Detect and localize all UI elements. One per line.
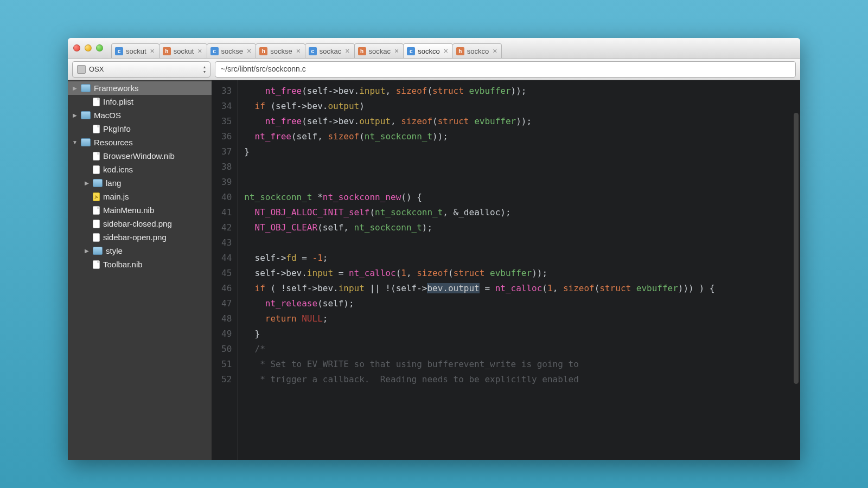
tab[interactable]: hsockut× (159, 43, 207, 58)
file-icon (93, 152, 100, 160)
code-line[interactable]: nt_free(self->bev.input, sizeof(struct e… (244, 84, 794, 99)
disclosure-arrow: ▶ (84, 248, 90, 254)
minimize-button[interactable] (85, 44, 92, 52)
code-line[interactable]: nt_release(self); (244, 296, 794, 311)
file-tree: ▶FrameworksInfo.plist▶MacOSPkgInfo▼Resou… (68, 80, 212, 460)
path-field[interactable]: ~/src/libnt/src/sockconn.c (215, 61, 796, 78)
code-line[interactable]: NT_OBJ_ALLOC_INIT_self(nt_sockconn_t, &_… (244, 205, 794, 220)
close-icon[interactable]: × (345, 47, 349, 55)
close-icon[interactable]: × (296, 47, 301, 55)
file-type-icon: c (115, 47, 123, 55)
code-line[interactable]: } (244, 144, 794, 159)
tree-item[interactable]: ▶MacOS (68, 108, 212, 122)
zoom-button[interactable] (96, 44, 103, 52)
folder-icon (81, 111, 91, 119)
tree-item[interactable]: ▼Resources (68, 136, 212, 149)
tree-item-label: Info.plist (103, 97, 133, 106)
tree-item[interactable]: jsmain.js (68, 190, 212, 203)
toolbar: OSX ▴▾ ~/src/libnt/src/sockconn.c (68, 59, 800, 80)
tree-item[interactable]: PkgInfo (68, 122, 212, 136)
tab[interactable]: csockut× (111, 43, 159, 58)
line-number: 46 (221, 281, 232, 296)
file-type-icon: h (163, 47, 171, 55)
code-line[interactable]: if (self->bev.output) (244, 99, 794, 114)
code-line[interactable]: nt_sockconn_t *nt_sockconn_new() { (244, 190, 794, 205)
code-line[interactable] (244, 235, 794, 251)
code-line[interactable]: self->fd = -1; (244, 251, 794, 266)
file-type-icon: h (456, 47, 464, 55)
code-line[interactable]: * Set to EV_WRITE so that using bufferev… (244, 357, 794, 372)
file-icon: js (93, 192, 100, 201)
close-button[interactable] (73, 44, 80, 52)
code-line[interactable]: nt_free(self, sizeof(nt_sockconn_t)); (244, 129, 794, 144)
tree-item[interactable]: kod.icns (68, 163, 212, 176)
line-number: 42 (221, 220, 232, 235)
tree-item[interactable]: ▶lang (68, 176, 212, 190)
scrollbar[interactable] (794, 113, 799, 384)
tab-label: sockco (467, 47, 489, 55)
code-line[interactable]: NT_OBJ_CLEAR(self, nt_sockconn_t); (244, 220, 794, 235)
close-icon[interactable]: × (247, 47, 251, 55)
tree-item[interactable]: sidebar-open.png (68, 230, 212, 244)
code-line[interactable]: self->bev.input = nt_calloc(1, sizeof(st… (244, 266, 794, 281)
code-line[interactable]: * trigger a callback. Reading needs to b… (244, 372, 794, 387)
tab[interactable]: hsockse× (256, 43, 305, 58)
tree-item-label: PkgInfo (103, 124, 131, 133)
tab[interactable]: csockac× (305, 43, 355, 58)
line-number: 52 (221, 372, 232, 387)
code-editor[interactable]: 3334353637383940414243444546474849505152… (212, 80, 800, 460)
line-number: 33 (221, 84, 232, 99)
tab[interactable]: csockse× (207, 43, 257, 58)
tree-item[interactable]: sidebar-closed.png (68, 217, 212, 230)
file-type-icon: c (407, 47, 415, 55)
code-line[interactable]: } (244, 326, 794, 342)
tree-item[interactable]: Info.plist (68, 95, 212, 108)
file-icon (93, 220, 100, 228)
close-icon[interactable]: × (394, 47, 399, 55)
titlebar: csockut×hsockut×csockse×hsockse×csockac×… (68, 38, 800, 59)
line-number: 47 (221, 296, 232, 311)
traffic-lights (73, 44, 103, 52)
close-icon[interactable]: × (493, 47, 497, 55)
file-icon (93, 125, 100, 133)
line-number: 50 (221, 342, 232, 357)
folder-icon (81, 138, 91, 146)
tree-item[interactable]: MainMenu.nib (68, 203, 212, 217)
tree-item-label: Toolbar.nib (103, 260, 143, 269)
line-number: 48 (221, 311, 232, 326)
line-number: 51 (221, 357, 232, 372)
tree-item-label: Resources (94, 138, 133, 147)
file-icon (93, 233, 100, 242)
code-area[interactable]: nt_free(self->bev.input, sizeof(struct e… (238, 80, 800, 460)
tab-label: sockse (270, 47, 292, 55)
code-line[interactable]: if ( !self->bev.input || !(self->bev.out… (244, 281, 794, 296)
tree-item[interactable]: ▶style (68, 244, 212, 258)
disk-icon (77, 65, 86, 74)
code-line[interactable] (244, 159, 794, 175)
line-number: 34 (221, 99, 232, 114)
file-type-icon: c (210, 47, 219, 55)
tree-item-label: BrowserWindow.nib (103, 151, 175, 160)
project-selector[interactable]: OSX ▴▾ (72, 61, 210, 78)
project-label: OSX (89, 65, 104, 73)
tree-item[interactable]: BrowserWindow.nib (68, 149, 212, 163)
content: ▶FrameworksInfo.plist▶MacOSPkgInfo▼Resou… (68, 80, 800, 460)
line-number: 39 (221, 175, 232, 190)
tree-item[interactable]: Toolbar.nib (68, 258, 212, 271)
close-icon[interactable]: × (444, 47, 448, 55)
line-number: 41 (221, 205, 232, 220)
code-line[interactable]: nt_free(self->bev.output, sizeof(struct … (244, 114, 794, 129)
code-line[interactable] (244, 175, 794, 190)
tree-item[interactable]: ▶Frameworks (68, 81, 212, 95)
tree-item-label: style (106, 246, 123, 255)
tab[interactable]: hsockac× (354, 43, 404, 58)
close-icon[interactable]: × (150, 47, 155, 55)
disclosure-arrow: ▶ (84, 180, 90, 186)
code-line[interactable]: return NULL; (244, 311, 794, 326)
tab-label: sockac (369, 47, 391, 55)
tab[interactable]: hsockco× (452, 43, 502, 58)
tab-label: sockse (221, 47, 243, 55)
tab[interactable]: csockco× (403, 43, 453, 58)
close-icon[interactable]: × (197, 47, 202, 55)
code-line[interactable]: /* (244, 342, 794, 357)
